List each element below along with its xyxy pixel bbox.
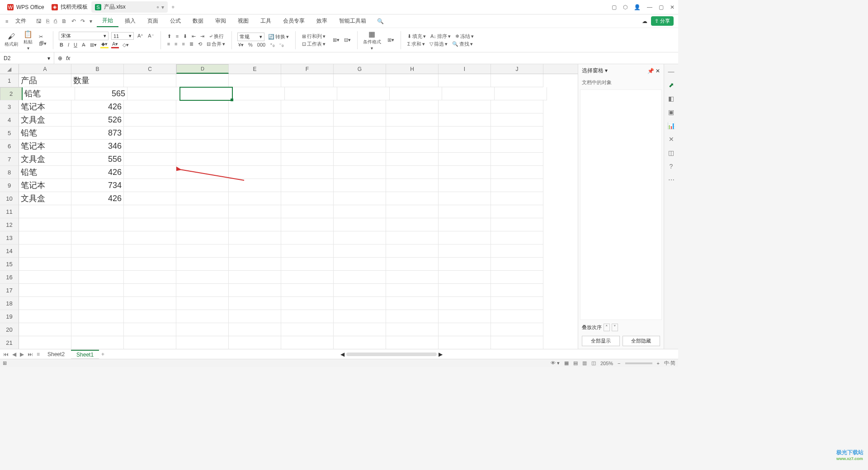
cell[interactable] (439, 297, 491, 310)
save-icon[interactable]: 🖫 (36, 18, 42, 24)
cell[interactable] (176, 74, 229, 87)
align-right-icon[interactable]: ≡ (181, 41, 186, 47)
cell[interactable] (491, 113, 543, 127)
align-top-icon[interactable]: ⬆ (166, 33, 172, 39)
view-normal-icon[interactable]: ▦ (564, 360, 569, 366)
cell[interactable]: 426 (71, 166, 124, 179)
cell[interactable]: 数量 (71, 74, 124, 87)
cell[interactable] (19, 284, 71, 297)
copy-icon[interactable]: 🗐▾ (38, 41, 47, 47)
cell[interactable] (229, 244, 281, 258)
cell[interactable] (124, 179, 176, 192)
cell[interactable] (386, 192, 439, 205)
cell[interactable] (229, 218, 281, 231)
cell[interactable] (439, 140, 491, 153)
cell[interactable] (71, 310, 124, 323)
cell[interactable] (491, 284, 543, 297)
layout-icon[interactable]: ◫ (668, 149, 674, 156)
cell[interactable] (439, 74, 491, 87)
convert-button[interactable]: 🔄 转换▾ (267, 33, 290, 40)
cell[interactable] (491, 244, 543, 258)
cell[interactable] (281, 271, 334, 284)
row-header[interactable]: 13 (0, 231, 19, 244)
col-header-H[interactable]: H (386, 64, 439, 74)
dec-dec-icon[interactable]: ⁻₀ (278, 42, 284, 48)
cell[interactable] (281, 205, 334, 218)
cell[interactable]: 526 (71, 113, 124, 127)
cell[interactable] (229, 179, 281, 192)
doc-tab-file[interactable]: S产品.xlsx⚬ ▾ (91, 1, 168, 13)
tab-view[interactable]: 视图 (232, 15, 254, 27)
view-break-icon[interactable]: ▥ (582, 360, 587, 366)
filter-button[interactable]: ▽ 筛选▾ (429, 41, 448, 47)
sheet-nav-next-icon[interactable]: ▶ (19, 351, 25, 357)
cell[interactable] (390, 87, 442, 100)
doc-tab-template[interactable]: ◈找稻壳模板 (48, 1, 91, 13)
tab-page[interactable]: 页面 (142, 15, 164, 27)
cell[interactable] (386, 113, 439, 127)
cell[interactable]: 426 (71, 192, 124, 205)
object-list[interactable] (580, 89, 662, 320)
cell[interactable] (71, 258, 124, 271)
cell[interactable] (281, 231, 334, 244)
row-header[interactable]: 10 (0, 192, 19, 205)
chevron-down-icon[interactable]: ▾ (47, 55, 50, 61)
cell[interactable] (176, 113, 229, 127)
cell[interactable] (176, 166, 229, 179)
settings-icon[interactable]: ✕ (669, 136, 674, 143)
add-sheet-button[interactable]: + (100, 351, 106, 357)
cell[interactable] (19, 297, 71, 310)
cell[interactable] (491, 271, 543, 284)
cell[interactable] (229, 74, 281, 87)
cell[interactable] (176, 140, 229, 153)
bold-icon[interactable]: B (59, 42, 64, 47)
col-header-J[interactable]: J (491, 64, 543, 74)
cell[interactable] (176, 323, 229, 336)
select-tool-icon[interactable]: ⬈ (669, 81, 674, 89)
link-icon[interactable]: ⎘ (46, 18, 49, 24)
cell[interactable] (229, 205, 281, 218)
cell[interactable] (439, 323, 491, 336)
percent-icon[interactable]: % (247, 42, 254, 47)
cell[interactable] (334, 244, 386, 258)
decrease-font-icon[interactable]: A⁻ (147, 33, 155, 39)
cond-format-button[interactable]: ▦条件格式▾ (363, 30, 381, 51)
fill-button[interactable]: ⬇ 填充▾ (406, 33, 427, 40)
cell[interactable] (124, 205, 176, 218)
spreadsheet-grid[interactable]: ◢ ABCDEFGHIJ 1产品数量2铅笔5653笔记本4264文具盒5265铅… (0, 64, 578, 349)
hamburger-icon[interactable]: ≡ (5, 19, 9, 24)
cell[interactable] (176, 179, 229, 192)
cell[interactable]: 565 (75, 87, 127, 100)
cell[interactable] (334, 218, 386, 231)
cell[interactable] (19, 258, 71, 271)
cell[interactable] (281, 113, 334, 127)
tab-formula[interactable]: 公式 (165, 15, 186, 27)
cell[interactable] (124, 192, 176, 205)
row-header[interactable]: 18 (0, 297, 19, 310)
search-icon[interactable]: 🔍 (377, 18, 384, 24)
clear-format-icon[interactable]: ◇▾ (122, 42, 130, 48)
file-menu[interactable]: 文件 (10, 15, 32, 27)
cell[interactable]: 铅笔 (19, 127, 71, 140)
freeze-button[interactable]: ❄ 冻结▾ (454, 33, 475, 40)
cell[interactable] (229, 153, 281, 166)
cell[interactable]: 文具盒 (19, 113, 71, 127)
zoom-slider[interactable] (625, 362, 652, 364)
cell[interactable] (439, 179, 491, 192)
fx-label[interactable]: fx (66, 55, 70, 61)
row-header[interactable]: 7 (0, 153, 19, 166)
doc-tab-wps[interactable]: WWPS Office (4, 2, 48, 12)
cell[interactable] (491, 127, 543, 140)
cell[interactable] (124, 113, 176, 127)
cell[interactable] (334, 179, 386, 192)
sheet-nav-first-icon[interactable]: ⏮ (2, 351, 10, 357)
cell[interactable] (229, 100, 281, 113)
find-button[interactable]: 🔍 查找▾ (451, 41, 474, 47)
cell[interactable] (334, 284, 386, 297)
cell[interactable] (176, 258, 229, 271)
cell[interactable] (491, 74, 543, 87)
align-center-icon[interactable]: ≡ (174, 41, 178, 47)
cell[interactable] (176, 284, 229, 297)
worksheet-button[interactable]: ⊡ 工作表▾ (301, 41, 326, 47)
cell[interactable] (334, 336, 386, 349)
